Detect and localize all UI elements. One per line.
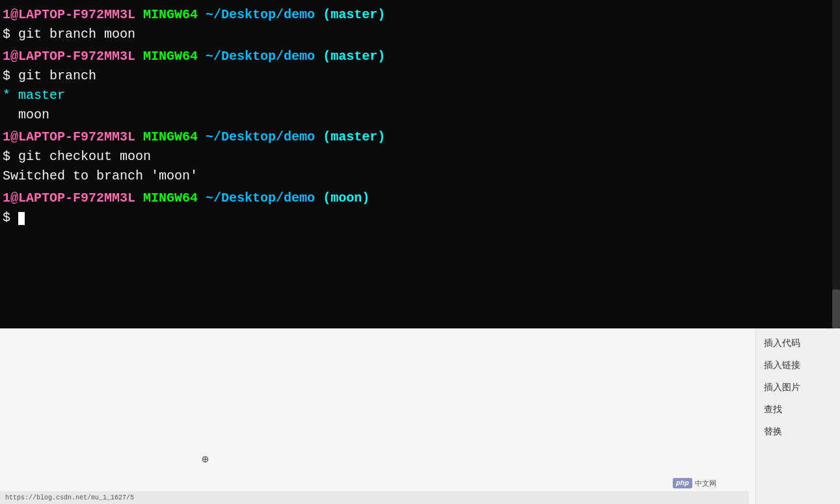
output-2: * master moon [3,86,837,125]
output-3: Switched to branch 'moon' [3,166,837,186]
sidebar-item-insert-link[interactable]: 插入链接 [756,356,840,375]
branch-4: (moon) [323,189,370,208]
right-sidebar: 插入代码 插入链接 插入图片 查找 替换 php 中文网 [755,328,840,504]
command-1: $ git branch moon [3,25,837,44]
command-3: $ git checkout moon [3,147,837,166]
mingw-4: MINGW64 [143,189,198,208]
prompt-line-2: 1@LAPTOP-F972MM3L MINGW64 ~/Desktop/demo… [3,47,837,66]
sidebar-item-find[interactable]: 查找 [756,400,840,419]
terminal-scrollbar[interactable] [832,0,840,328]
editor-area: ⊕ ⤢ [0,328,755,504]
sidebar-item-insert-image[interactable]: 插入图片 [756,378,840,397]
user-host-3: 1@LAPTOP-F972MM3L [3,127,135,147]
path-1: ~/Desktop/demo [206,5,315,25]
prompt-line-4: 1@LAPTOP-F972MM3L MINGW64 ~/Desktop/demo… [3,189,837,208]
terminal-block-1: 1@LAPTOP-F972MM3L MINGW64 ~/Desktop/demo… [3,5,837,44]
command-2: $ git branch [3,66,837,86]
user-host-2: 1@LAPTOP-F972MM3L [3,47,135,66]
user-host-1: 1@LAPTOP-F972MM3L [3,5,135,25]
terminal-block-3: 1@LAPTOP-F972MM3L MINGW64 ~/Desktop/demo… [3,127,837,186]
mingw-3: MINGW64 [143,127,198,147]
prompt-line-1: 1@LAPTOP-F972MM3L MINGW64 ~/Desktop/demo… [3,5,837,25]
terminal-block-2: 1@LAPTOP-F972MM3L MINGW64 ~/Desktop/demo… [3,47,837,125]
path-4: ~/Desktop/demo [206,189,315,208]
url-bar: https://blog.csdn.net/mu_1_1627/5 [0,491,749,504]
user-host-4: 1@LAPTOP-F972MM3L [3,189,135,208]
sidebar-item-replace[interactable]: 替换 [756,422,840,442]
terminal-block-4: 1@LAPTOP-F972MM3L MINGW64 ~/Desktop/demo… [3,189,837,228]
branch-3: (master) [323,127,385,147]
php-badge: php [673,478,692,488]
path-3: ~/Desktop/demo [206,127,315,147]
command-4: $ [3,208,837,228]
output-line-2-1: moon [3,105,837,125]
mingw-1: MINGW64 [143,5,198,25]
branch-2: (master) [323,47,385,66]
mingw-2: MINGW64 [143,47,198,66]
output-line-2-0: * master [3,86,837,105]
crosshair-icon[interactable]: ⊕ [202,452,211,466]
bottom-panel: ⊕ ⤢ 插入代码 插入链接 插入图片 查找 替换 php 中文网 https:/… [0,328,840,504]
url-text: https://blog.csdn.net/mu_1_1627/5 [5,494,134,501]
branch-1: (master) [323,5,385,25]
path-2: ~/Desktop/demo [206,47,315,66]
terminal-scrollbar-thumb [832,289,840,328]
dollar-4: $ [3,210,18,225]
sidebar-item-insert-code[interactable]: 插入代码 [756,334,840,353]
cursor [18,212,25,225]
prompt-line-3: 1@LAPTOP-F972MM3L MINGW64 ~/Desktop/demo… [3,127,837,147]
php-text: 中文网 [695,479,716,488]
terminal: 1@LAPTOP-F972MM3L MINGW64 ~/Desktop/demo… [0,0,840,328]
